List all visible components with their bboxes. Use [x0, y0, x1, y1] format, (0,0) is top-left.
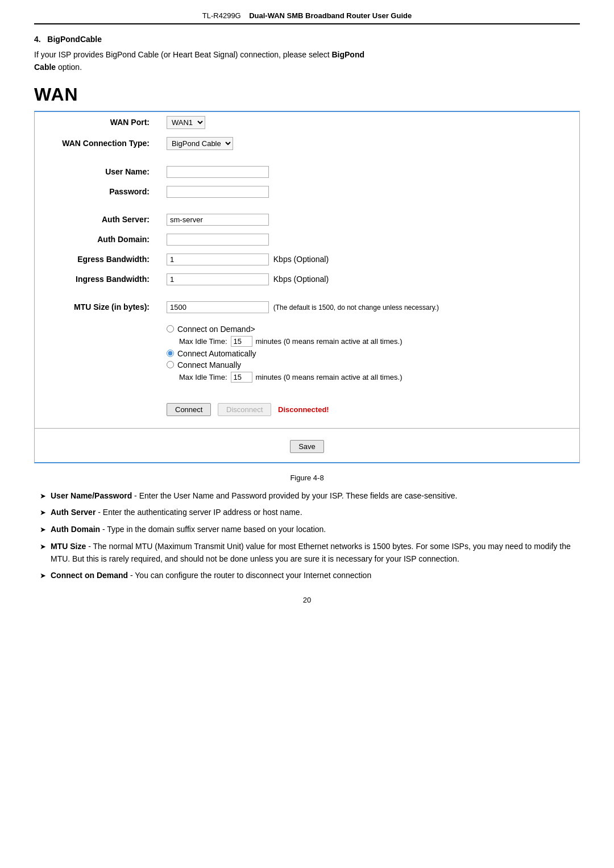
- spacer-row-3: [35, 289, 579, 297]
- save-row: Save: [35, 434, 579, 456]
- arrow-icon-4: ➤: [40, 541, 46, 553]
- connect-options-row: Connect on Demand> Max Idle Time: minute…: [35, 317, 579, 391]
- max-idle-time2-note: minutes (0 means remain active at all ti…: [256, 373, 403, 381]
- wan-port-row: WAN Port: WAN1: [35, 112, 579, 133]
- mtu-input[interactable]: [167, 301, 269, 313]
- ingress-bw-cell: Kbps (Optional): [160, 269, 579, 289]
- max-idle-time2-input[interactable]: [231, 372, 252, 383]
- ingress-bw-row: Ingress Bandwidth: Kbps (Optional): [35, 269, 579, 289]
- wan-port-select[interactable]: WAN1: [167, 116, 205, 129]
- connect-options-cell: Connect on Demand> Max Idle Time: minute…: [160, 317, 579, 391]
- user-name-label: User Name:: [35, 162, 160, 182]
- connect-button[interactable]: Connect: [167, 403, 211, 416]
- mtu-label: MTU Size (in bytes):: [35, 297, 160, 317]
- bullet-text-4: MTU Size - The normal MTU (Maximum Trans…: [51, 541, 580, 565]
- save-button[interactable]: Save: [290, 440, 324, 453]
- egress-bw-cell: Kbps (Optional): [160, 250, 579, 269]
- wan-port-label: WAN Port:: [35, 112, 160, 133]
- connect-on-demand-label: Connect on Demand>: [177, 325, 255, 334]
- mtu-cell: (The default is 1500, do not change unle…: [160, 297, 579, 317]
- egress-bw-input[interactable]: [167, 254, 269, 265]
- bullet-text-1: User Name/Password - Enter the User Name…: [51, 490, 457, 502]
- spacer-row-5: [35, 420, 579, 428]
- password-label: Password:: [35, 182, 160, 202]
- term-2: Auth Server: [51, 508, 96, 517]
- wan-form-box: WAN Port: WAN1 WAN Connection Type: BigP…: [34, 111, 580, 463]
- desc-4: - The normal MTU (Maximum Transmit Unit)…: [51, 542, 571, 563]
- wan-table: WAN Port: WAN1 WAN Connection Type: BigP…: [35, 112, 579, 428]
- disconnect-button[interactable]: Disconnect: [218, 403, 271, 416]
- bullet-text-3: Auth Domain - Type in the domain suffix …: [51, 524, 326, 536]
- user-name-cell: [160, 162, 579, 182]
- max-idle-time1-label: Max Idle Time:: [179, 337, 227, 346]
- save-section: Save: [35, 428, 579, 462]
- connect-auto-label: Connect Automatically: [177, 349, 256, 358]
- bullet-list: ➤ User Name/Password - Enter the User Na…: [34, 490, 580, 582]
- disconnected-status: Disconnected!: [278, 405, 329, 414]
- connect-manual-radio[interactable]: [167, 361, 174, 368]
- intro-text1: If your ISP provides BigPond Cable (or H…: [34, 50, 331, 59]
- desc-1: - Enter the User Name and Password provi…: [134, 491, 457, 500]
- auth-domain-cell: [160, 230, 579, 250]
- bullet-text-5: Connect on Demand - You can configure th…: [51, 570, 371, 582]
- egress-bw-unit: Kbps (Optional): [273, 255, 329, 264]
- egress-bw-row: Egress Bandwidth: Kbps (Optional): [35, 250, 579, 269]
- ingress-bw-label: Ingress Bandwidth:: [35, 269, 160, 289]
- connect-auto-radio[interactable]: [167, 350, 174, 357]
- auth-server-row: Auth Server:: [35, 210, 579, 230]
- spacer-row-2: [35, 202, 579, 210]
- intro-text3: option.: [56, 63, 82, 72]
- bold-cable: Cable: [34, 63, 56, 72]
- auth-domain-input[interactable]: [167, 234, 269, 246]
- term-1: User Name/Password: [51, 491, 132, 500]
- arrow-icon-5: ➤: [40, 570, 46, 582]
- desc-5: - You can configure the router to discon…: [130, 571, 371, 580]
- list-item: ➤ User Name/Password - Enter the User Na…: [40, 490, 580, 502]
- figure-caption: Figure 4-8: [34, 474, 580, 482]
- password-cell: [160, 182, 579, 202]
- connect-on-demand-row: Connect on Demand>: [167, 325, 572, 334]
- desc-3: - Type in the domain suffix server name …: [102, 525, 326, 534]
- mtu-note: (The default is 1500, do not change unle…: [273, 304, 439, 312]
- max-idle-time1-row: Max Idle Time: minutes (0 means remain a…: [179, 336, 572, 347]
- wan-port-value-cell: WAN1: [160, 112, 579, 133]
- list-item: ➤ Connect on Demand - You can configure …: [40, 570, 580, 582]
- wan-conn-type-label: WAN Connection Type:: [35, 133, 160, 154]
- wan-title: WAN: [34, 84, 580, 105]
- user-name-row: User Name:: [35, 162, 579, 182]
- bullet-text-2: Auth Server - Enter the authenticating s…: [51, 506, 302, 519]
- term-4: MTU Size: [51, 542, 86, 551]
- section-number: 4.: [34, 35, 41, 44]
- conn-btn-row: Connect Disconnect Disconnected!: [35, 399, 579, 420]
- desc-2: - Enter the authenticating server IP add…: [98, 508, 302, 517]
- auth-domain-label: Auth Domain:: [35, 230, 160, 250]
- spacer-row-1: [35, 154, 579, 162]
- model-name: TL-R4299G: [202, 11, 241, 20]
- ingress-bw-input[interactable]: [167, 273, 269, 285]
- guide-title: Dual-WAN SMB Broadband Router User Guide: [249, 11, 412, 20]
- arrow-icon-3: ➤: [40, 524, 46, 535]
- bold-bigpond: BigPond: [331, 50, 364, 59]
- max-idle-time2-row: Max Idle Time: minutes (0 means remain a…: [179, 372, 572, 383]
- term-5: Connect on Demand: [51, 571, 128, 580]
- wan-conn-type-select[interactable]: BigPond Cable: [167, 137, 233, 150]
- section-heading: 4. BigPondCable: [34, 35, 580, 44]
- ingress-bw-unit: Kbps (Optional): [273, 275, 329, 284]
- auth-server-cell: [160, 210, 579, 230]
- section-title-text: BigPondCable: [47, 35, 102, 44]
- auth-server-input[interactable]: [167, 214, 269, 226]
- intro-paragraph: If your ISP provides BigPond Cable (or H…: [34, 48, 580, 74]
- user-name-input[interactable]: [167, 166, 269, 178]
- max-idle-time1-input[interactable]: [231, 336, 252, 347]
- list-item: ➤ MTU Size - The normal MTU (Maximum Tra…: [40, 541, 580, 565]
- connect-on-demand-radio[interactable]: [167, 325, 174, 333]
- connect-manual-label: Connect Manually: [177, 360, 241, 369]
- page-header: TL-R4299G Dual-WAN SMB Broadband Router …: [34, 11, 580, 24]
- auth-server-label: Auth Server:: [35, 210, 160, 230]
- password-row: Password:: [35, 182, 579, 202]
- mtu-row: MTU Size (in bytes): (The default is 150…: [35, 297, 579, 317]
- arrow-icon-1: ➤: [40, 491, 46, 502]
- connect-manual-row: Connect Manually: [167, 360, 572, 369]
- password-input[interactable]: [167, 186, 269, 198]
- arrow-icon-2: ➤: [40, 507, 46, 518]
